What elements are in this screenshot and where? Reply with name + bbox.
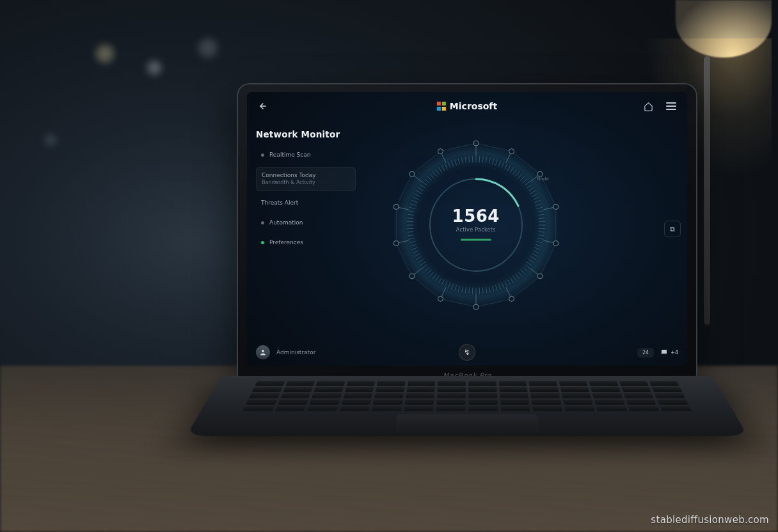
bokeh-light — [96, 45, 114, 63]
sidebar-item-label: Threats Alert — [261, 199, 298, 207]
svg-point-152 — [409, 274, 415, 279]
svg-point-164 — [438, 149, 443, 154]
avatar[interactable] — [256, 345, 270, 359]
dial-value: 1564 — [452, 207, 500, 226]
dial-node-label: Node — [537, 176, 548, 182]
svg-line-31 — [479, 288, 480, 294]
svg-point-140 — [537, 274, 543, 279]
svg-point-161 — [409, 171, 415, 176]
svg-point-137 — [553, 240, 559, 246]
trackpad — [395, 414, 540, 433]
svg-point-128 — [509, 149, 514, 154]
svg-point-165 — [262, 350, 264, 352]
svg-point-131 — [537, 171, 543, 176]
laptop-lid: Microsoft Network Monitor — [237, 83, 697, 384]
svg-point-143 — [509, 296, 514, 301]
laptop-screen: Microsoft Network Monitor — [247, 92, 687, 366]
home-button[interactable] — [641, 99, 655, 113]
svg-line-33 — [472, 288, 473, 294]
bokeh-light — [147, 61, 161, 75]
menu-button[interactable] — [664, 99, 678, 113]
home-icon — [644, 102, 653, 111]
sidebar-item-threats[interactable]: Threats Alert — [256, 195, 356, 211]
sidebar: Network Monitor Realtime Scan Connection… — [256, 129, 356, 251]
laptop-base — [186, 376, 748, 436]
svg-line-63 — [407, 221, 413, 222]
svg-point-149 — [438, 296, 443, 301]
sidebar-item-preferences[interactable]: Preferences — [256, 235, 356, 251]
bokeh-light — [45, 134, 56, 146]
dial-accent-bar — [461, 239, 491, 241]
svg-line-93 — [479, 156, 480, 162]
arrow-left-icon — [258, 102, 267, 111]
quick-action-button[interactable]: ↯ — [459, 344, 475, 361]
bullet-icon — [261, 153, 264, 157]
app-screen: Microsoft Network Monitor — [247, 92, 687, 366]
user-icon — [259, 348, 267, 356]
user-label: Administrator — [276, 349, 315, 356]
sidebar-item-label: Connections Today — [262, 172, 316, 178]
svg-line-3 — [539, 228, 545, 229]
sidebar-item-connections[interactable]: Connections Today Bandwidth & Activity — [256, 167, 356, 191]
laptop: Microsoft Network Monitor — [237, 83, 697, 492]
back-button[interactable] — [256, 99, 270, 113]
svg-point-134 — [553, 205, 559, 210]
sidebar-item-label: Realtime Scan — [269, 152, 310, 159]
sidebar-item-label: Preferences — [269, 239, 303, 246]
bokeh-light — [198, 38, 218, 58]
brand-text: Microsoft — [450, 101, 497, 111]
brand: Microsoft — [437, 101, 497, 111]
network-dial: 1564 Active Packets Node — [380, 129, 572, 321]
keyboard — [242, 381, 692, 411]
status-pill[interactable]: 24 — [637, 348, 654, 357]
dial-caption: Active Packets — [452, 227, 500, 233]
bolt-icon: ↯ — [464, 348, 470, 357]
svg-point-155 — [393, 240, 399, 246]
sidebar-item-label: Automation — [269, 219, 303, 226]
svg-point-158 — [393, 205, 399, 210]
sidebar-title: Network Monitor — [256, 129, 356, 139]
svg-point-146 — [473, 304, 479, 309]
hamburger-icon — [666, 102, 676, 110]
bullet-icon — [261, 241, 264, 244]
chat-icon — [660, 348, 668, 356]
chat-count: +4 — [671, 350, 678, 356]
bottombar: Administrator ↯ 24 +4 — [247, 339, 687, 366]
topbar: Microsoft — [247, 92, 687, 120]
expand-button[interactable]: ⧉ — [664, 221, 681, 237]
sidebar-item-realtime[interactable]: Realtime Scan — [256, 147, 356, 163]
microsoft-logo-icon — [437, 102, 446, 111]
watermark: stablediffusionweb.com — [651, 514, 769, 526]
svg-line-61 — [407, 228, 413, 229]
sidebar-item-automation[interactable]: Automation — [256, 215, 356, 231]
expand-icon: ⧉ — [670, 225, 675, 233]
svg-line-91 — [472, 156, 473, 162]
svg-line-121 — [539, 221, 545, 222]
chat-badge[interactable]: +4 — [660, 348, 678, 356]
bullet-icon — [261, 221, 264, 224]
dial-metric: 1564 Active Packets — [452, 207, 500, 241]
sidebar-item-sublabel: Bandwidth & Activity — [262, 180, 316, 186]
